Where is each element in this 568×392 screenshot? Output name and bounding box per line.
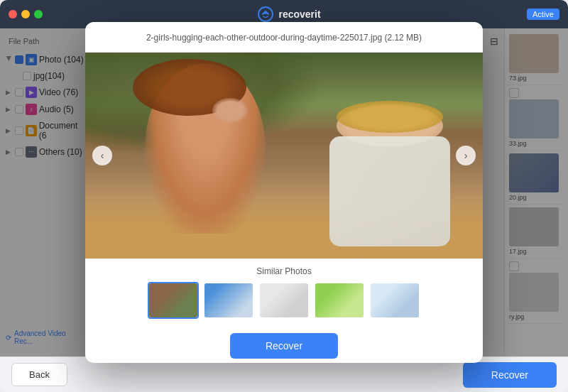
main-recover-button[interactable]: Recover xyxy=(463,362,557,388)
modal-image-area: ‹ xyxy=(85,53,483,258)
maximize-button[interactable] xyxy=(34,10,43,18)
modal-backdrop: 2-girls-hugging-each-other-outdoor-durin… xyxy=(0,28,568,356)
similar-photos-section: Similar Photos xyxy=(85,258,483,326)
left-arrow-icon: ‹ xyxy=(101,150,104,161)
next-image-button[interactable]: › xyxy=(456,146,476,165)
back-button[interactable]: Back xyxy=(11,363,67,386)
right-arrow-icon: › xyxy=(464,150,468,161)
thumbnail-5[interactable] xyxy=(369,282,420,319)
thumbnail-1[interactable] xyxy=(148,282,199,319)
window-controls xyxy=(9,10,43,18)
app-window: recoverit Active File Path ▶ ▣ Photo (10… xyxy=(0,0,568,392)
title-center: recoverit xyxy=(51,6,527,23)
preview-modal: 2-girls-hugging-each-other-outdoor-durin… xyxy=(85,22,483,363)
thumbnail-3[interactable] xyxy=(258,282,310,319)
logo-icon xyxy=(257,6,274,23)
logo-area: recoverit xyxy=(257,6,320,23)
active-badge: Active xyxy=(527,9,559,20)
minimize-button[interactable] xyxy=(21,10,30,18)
modal-filename: 2-girls-hugging-each-other-outdoor-durin… xyxy=(146,33,422,43)
modal-header: 2-girls-hugging-each-other-outdoor-durin… xyxy=(85,22,483,53)
modal-recover-button[interactable]: Recover xyxy=(230,333,338,359)
svg-point-1 xyxy=(264,11,267,14)
app-name: recoverit xyxy=(278,9,320,20)
prev-image-button[interactable]: ‹ xyxy=(92,146,112,165)
thumbnails-row xyxy=(97,282,471,319)
thumbnail-2[interactable] xyxy=(203,282,254,319)
similar-photos-label: Similar Photos xyxy=(97,266,471,276)
close-button[interactable] xyxy=(9,10,17,18)
thumbnail-4[interactable] xyxy=(314,282,365,319)
